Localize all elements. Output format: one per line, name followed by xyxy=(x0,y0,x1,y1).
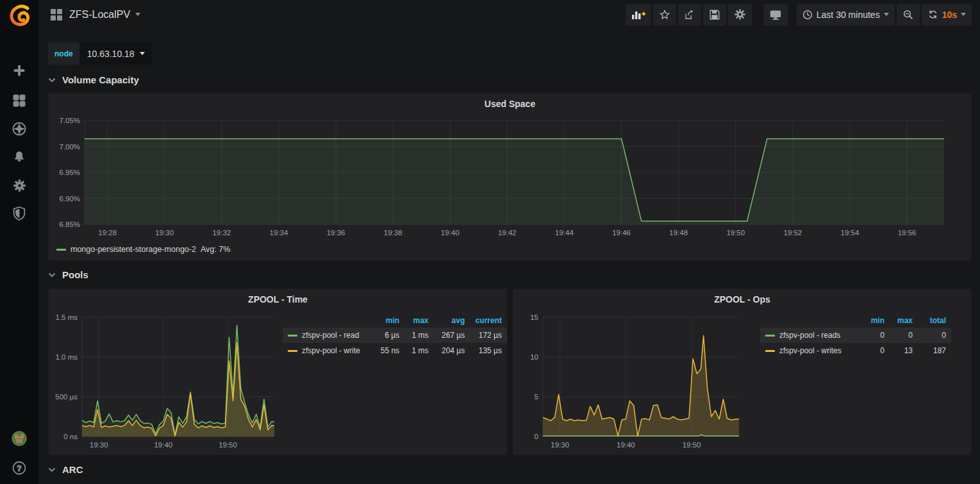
save-icon xyxy=(709,9,720,21)
svg-text:5: 5 xyxy=(535,393,538,401)
legend-series-toggle[interactable]: zfspv-pool - write xyxy=(288,346,364,355)
legend-max-value: 1 ms xyxy=(404,328,433,343)
svg-text:19:40: 19:40 xyxy=(441,229,460,237)
row-header-arc[interactable]: ARC xyxy=(48,464,83,475)
svg-text:19:40: 19:40 xyxy=(154,441,172,449)
chevron-down-icon xyxy=(884,13,889,16)
top-navbar: ZFS-LocalPV xyxy=(38,0,980,29)
series-color-swatch xyxy=(765,335,775,337)
create-plus-icon[interactable] xyxy=(12,63,27,78)
svg-text:19:32: 19:32 xyxy=(212,229,231,237)
configuration-gear-icon[interactable] xyxy=(12,178,27,193)
legend-total-value: 187 xyxy=(918,343,951,358)
legend-col-header[interactable]: avg xyxy=(434,313,470,328)
chevron-down-icon xyxy=(48,78,56,83)
explore-compass-icon[interactable] xyxy=(12,121,27,137)
svg-text:19:28: 19:28 xyxy=(98,229,117,237)
add-panel-button[interactable] xyxy=(626,4,651,26)
legend-series-toggle[interactable]: zfspv-pool - writes xyxy=(765,346,851,355)
legend-min-value: 0 xyxy=(856,328,890,343)
svg-text:19:38: 19:38 xyxy=(384,229,403,237)
legend-row-reads: zfspv-pool - reads 0 0 0 xyxy=(760,328,951,343)
chevron-down-icon xyxy=(135,13,140,16)
node-variable-value: 10.63.10.18 xyxy=(87,49,135,59)
svg-text:19:56: 19:56 xyxy=(898,229,917,237)
legend-row-writes: zfspv-pool - writes 0 13 187 xyxy=(760,343,951,358)
legend-col-header[interactable]: current xyxy=(470,313,507,328)
svg-text:19:40: 19:40 xyxy=(617,441,635,449)
user-avatar[interactable] xyxy=(12,431,27,446)
variable-label: node xyxy=(48,42,79,65)
grafana-logo-icon[interactable] xyxy=(6,1,32,27)
legend-current-value: 135 µs xyxy=(470,343,507,358)
refresh-picker[interactable]: 10s xyxy=(922,4,972,26)
svg-text:19:54: 19:54 xyxy=(841,229,860,237)
svg-text:19:30: 19:30 xyxy=(551,441,569,449)
server-admin-shield-icon[interactable] xyxy=(12,206,27,221)
refresh-interval-label: 10s xyxy=(942,10,957,20)
legend-col-header[interactable]: min xyxy=(856,313,890,328)
svg-text:6.90%: 6.90% xyxy=(59,195,80,203)
dashboard-title-dropdown[interactable]: ZFS-LocalPV xyxy=(69,9,140,21)
series-color-swatch xyxy=(288,350,297,352)
svg-text:7.05%: 7.05% xyxy=(59,117,80,124)
chevron-down-icon xyxy=(140,52,145,55)
svg-text:500 µs: 500 µs xyxy=(55,393,78,401)
legend-col-header[interactable]: max xyxy=(890,313,918,328)
legend-min-value: 6 µs xyxy=(369,328,404,343)
panel-title-used-space[interactable]: Used Space xyxy=(49,99,971,109)
legend-row-read: zfspv-pool - read 6 µs 1 ms 267 µs 172 µ… xyxy=(283,328,507,343)
save-button[interactable] xyxy=(703,4,726,26)
row-header-volume-capacity[interactable]: Volume Capacity xyxy=(48,74,139,85)
time-range-label: Last 30 minutes xyxy=(817,10,880,20)
cycle-view-mode-button[interactable] xyxy=(763,4,788,26)
tv-monitor-icon xyxy=(769,9,782,21)
svg-text:19:34: 19:34 xyxy=(270,229,288,237)
legend-col-header[interactable]: min xyxy=(369,313,404,328)
star-button[interactable] xyxy=(653,4,676,26)
dashboard-settings-button[interactable] xyxy=(728,4,752,26)
zpool-time-chart[interactable]: 0 ns500 µs1.0 ms1.5 ms19:3019:4019:50 xyxy=(53,311,278,455)
legend-col-header[interactable]: total xyxy=(918,313,951,328)
panel-title-zpool-ops[interactable]: ZPOOL - Ops xyxy=(513,294,971,305)
legend-series-toggle[interactable]: zfspv-pool - reads xyxy=(765,331,851,340)
svg-text:19:30: 19:30 xyxy=(90,441,108,449)
dashboards-icon[interactable] xyxy=(12,93,27,108)
svg-text:19:30: 19:30 xyxy=(155,229,174,237)
zpool-time-legend-table: min max avg current zfspv-pool - read 6 … xyxy=(283,313,507,358)
legend-min-value: 0 xyxy=(856,343,890,358)
zpool-ops-chart[interactable]: 05101519:3019:4019:50 xyxy=(517,311,743,455)
refresh-icon xyxy=(927,9,938,20)
series-color-swatch xyxy=(56,249,66,251)
legend-avg-value: Avg: 7% xyxy=(201,245,230,254)
dashboard-title: ZFS-LocalPV xyxy=(69,9,130,21)
node-variable-dropdown[interactable]: 10.63.10.18 xyxy=(79,42,153,65)
svg-text:7.00%: 7.00% xyxy=(59,143,80,151)
svg-text:19:52: 19:52 xyxy=(783,229,802,237)
panel-title-zpool-time[interactable]: ZPOOL - Time xyxy=(49,294,507,305)
legend-series-name[interactable]: mongo-persistent-storage-mongo-2 xyxy=(71,245,196,254)
clock-icon xyxy=(802,10,813,20)
row-header-pools[interactable]: Pools xyxy=(48,269,88,280)
zoom-out-button[interactable] xyxy=(897,4,920,26)
svg-text:19:42: 19:42 xyxy=(498,229,517,237)
alerting-bell-icon[interactable] xyxy=(12,149,27,165)
help-icon[interactable]: ? xyxy=(12,460,27,476)
share-button[interactable] xyxy=(678,4,701,26)
svg-text:19:48: 19:48 xyxy=(669,229,688,237)
row-title: Pools xyxy=(62,269,88,280)
zpool-ops-legend-table: min max total zfspv-pool - reads 0 0 0 z… xyxy=(760,313,951,358)
legend-avg-value: 267 µs xyxy=(434,328,470,343)
panel-used-space: Used Space 7.05%7.00%6.95%6.90%6.85%19:2… xyxy=(48,93,972,261)
grafana-dashboard: ? ZFS-LocalPV xyxy=(0,0,980,484)
star-icon xyxy=(659,9,670,21)
legend-series-toggle[interactable]: zfspv-pool - read xyxy=(288,331,364,340)
used-space-chart[interactable]: 7.05%7.00%6.95%6.90%6.85%19:2819:3019:32… xyxy=(54,117,967,242)
time-range-picker[interactable]: Last 30 minutes xyxy=(797,4,895,26)
legend-col-header[interactable]: max xyxy=(404,313,433,328)
legend-min-value: 55 ns xyxy=(369,343,404,358)
svg-text:15: 15 xyxy=(530,313,538,321)
chevron-down-icon xyxy=(48,272,56,278)
legend-max-value: 1 ms xyxy=(404,343,433,358)
legend-avg-value: 204 µs xyxy=(434,343,470,358)
